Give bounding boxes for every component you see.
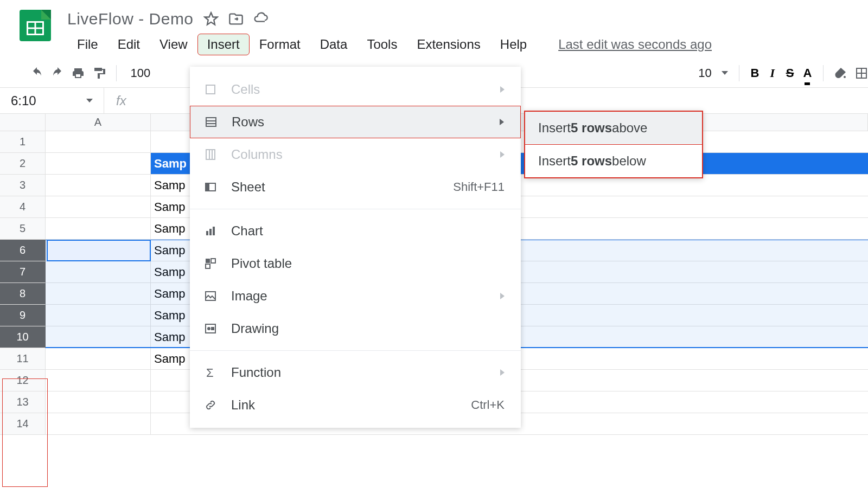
row-header-9[interactable]: 9 — [0, 305, 46, 326]
image-icon — [203, 288, 218, 304]
chevron-right-icon — [500, 151, 505, 158]
row-header-2[interactable]: 2 — [0, 153, 46, 175]
insert-chart-item[interactable]: Chart — [190, 215, 521, 247]
cell-a8[interactable] — [46, 283, 151, 305]
cell-a10[interactable] — [46, 326, 151, 348]
cell-a3[interactable] — [46, 175, 151, 196]
cell-a4[interactable] — [46, 196, 151, 218]
insert-sheet-item[interactable]: Sheet Shift+F11 — [190, 171, 521, 203]
insert-image-item[interactable]: Image — [190, 280, 521, 312]
cell-a14[interactable] — [46, 413, 151, 435]
cloud-status-icon[interactable] — [253, 11, 269, 27]
row-header-3[interactable]: 3 — [0, 175, 46, 196]
cell-a1[interactable] — [46, 131, 151, 153]
redo-button[interactable] — [51, 63, 64, 83]
svg-text:Σ: Σ — [206, 366, 214, 379]
italic-button[interactable]: I — [768, 63, 777, 83]
menubar: File Edit View Insert Format Data Tools … — [67, 34, 712, 55]
title-area: LiveFlow - Demo File Edit View Insert Fo… — [67, 10, 712, 55]
text-color-button[interactable]: A — [802, 63, 812, 83]
last-edit-link[interactable]: Last edit was seconds ago — [558, 37, 712, 52]
insert-function-label: Function — [231, 365, 281, 380]
menu-tools[interactable]: Tools — [357, 34, 407, 55]
bold-button[interactable]: B — [750, 63, 760, 83]
menu-view[interactable]: View — [150, 34, 197, 55]
row-header-12[interactable]: 12 — [0, 370, 46, 391]
svg-rect-18 — [206, 264, 210, 268]
document-title[interactable]: LiveFlow - Demo — [67, 10, 194, 28]
insert-pivot-item[interactable]: Pivot table — [190, 247, 521, 280]
drawing-icon — [203, 321, 218, 336]
cell-a6[interactable] — [46, 240, 151, 261]
menu-data[interactable]: Data — [310, 34, 358, 55]
column-header-a[interactable]: A — [46, 114, 151, 131]
svg-point-0 — [844, 76, 846, 78]
insert-cells-item: Cells — [190, 73, 521, 106]
link-shortcut: Ctrl+K — [471, 398, 505, 412]
insert-sheet-label: Sheet — [231, 179, 265, 195]
row-header-13[interactable]: 13 — [0, 391, 46, 413]
function-icon: Σ — [203, 365, 218, 380]
row-header-11[interactable]: 11 — [0, 348, 46, 370]
insert-rows-item[interactable]: Rows — [190, 106, 521, 138]
cell-a2[interactable] — [46, 153, 151, 175]
cell-a7[interactable] — [46, 261, 151, 283]
menu-file[interactable]: File — [67, 34, 108, 55]
insert-link-item[interactable]: Link Ctrl+K — [190, 389, 521, 421]
menu-edit[interactable]: Edit — [108, 34, 150, 55]
chevron-down-icon — [86, 99, 93, 102]
name-box[interactable]: 6:10 — [0, 88, 104, 113]
insert-above-bold: 5 rows — [571, 120, 612, 136]
menu-format[interactable]: Format — [250, 34, 310, 55]
cell-a13[interactable] — [46, 391, 151, 413]
row-headers: 1 2 3 4 5 6 7 8 9 10 11 12 13 14 — [0, 131, 46, 435]
toolbar-separator — [823, 65, 824, 81]
sheets-logo[interactable] — [20, 10, 51, 41]
star-icon[interactable] — [203, 11, 219, 27]
row-header-14[interactable]: 14 — [0, 413, 46, 435]
font-size-control[interactable]: 10 — [698, 66, 727, 80]
svg-rect-16 — [206, 259, 210, 263]
row-header-6[interactable]: 6 — [0, 240, 46, 261]
cell-a9[interactable] — [46, 305, 151, 326]
row-header-1[interactable]: 1 — [0, 131, 46, 153]
insert-image-label: Image — [231, 288, 267, 304]
menu-help[interactable]: Help — [490, 34, 537, 55]
svg-rect-12 — [206, 183, 209, 191]
insert-rows-below-item[interactable]: Insert 5 rows below — [525, 145, 702, 177]
select-all-corner[interactable] — [0, 114, 46, 131]
insert-drawing-label: Drawing — [231, 321, 279, 336]
link-icon — [203, 397, 218, 413]
cell-a11[interactable] — [46, 348, 151, 370]
cell-a5[interactable] — [46, 218, 151, 240]
borders-button[interactable] — [855, 63, 868, 83]
svg-rect-14 — [209, 229, 212, 235]
insert-above-post: above — [612, 120, 647, 136]
insert-menu-dropdown: Cells Rows Columns Sheet Shift+F11 Chart… — [190, 67, 521, 428]
insert-below-bold: 5 rows — [571, 153, 612, 169]
row-header-4[interactable]: 4 — [0, 196, 46, 218]
font-size-value: 10 — [698, 66, 711, 80]
row-header-10[interactable]: 10 — [0, 326, 46, 348]
row-header-7[interactable]: 7 — [0, 261, 46, 283]
insert-function-item[interactable]: Σ Function — [190, 356, 521, 389]
menu-separator — [190, 209, 521, 209]
row-header-5[interactable]: 5 — [0, 218, 46, 240]
fx-icon: fx — [104, 93, 138, 108]
move-folder-icon[interactable] — [228, 11, 244, 27]
strikethrough-button[interactable]: S — [785, 63, 795, 83]
menu-extensions[interactable]: Extensions — [407, 34, 490, 55]
menu-insert[interactable]: Insert — [197, 34, 250, 55]
insert-rows-above-item[interactable]: Insert 5 rows above — [525, 112, 702, 144]
undo-button[interactable] — [30, 63, 43, 83]
zoom-level[interactable]: 100 — [131, 66, 151, 80]
insert-pivot-label: Pivot table — [231, 256, 292, 271]
cell-a12[interactable] — [46, 370, 151, 391]
print-button[interactable] — [72, 63, 85, 83]
chevron-right-icon — [500, 119, 504, 125]
row-header-8[interactable]: 8 — [0, 283, 46, 305]
svg-rect-8 — [206, 150, 215, 159]
fill-color-button[interactable] — [834, 63, 847, 83]
insert-drawing-item[interactable]: Drawing — [190, 312, 521, 345]
paint-format-button[interactable] — [92, 63, 105, 83]
